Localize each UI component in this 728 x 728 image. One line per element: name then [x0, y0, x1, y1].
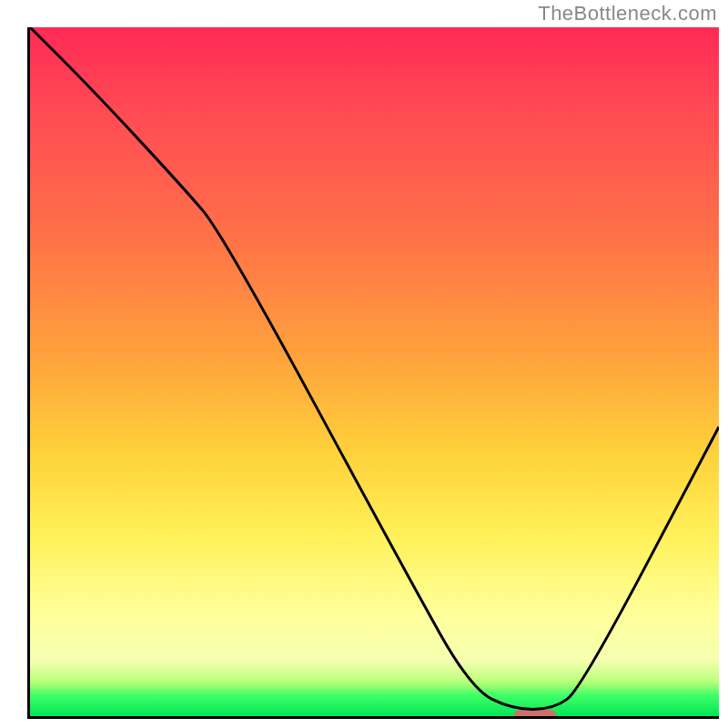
plot-area	[27, 27, 719, 719]
watermark-text: TheBottleneck.com	[538, 2, 717, 25]
bottleneck-curve-path	[30, 27, 719, 709]
chart-canvas: TheBottleneck.com	[0, 0, 728, 728]
bottleneck-curve	[30, 27, 719, 716]
